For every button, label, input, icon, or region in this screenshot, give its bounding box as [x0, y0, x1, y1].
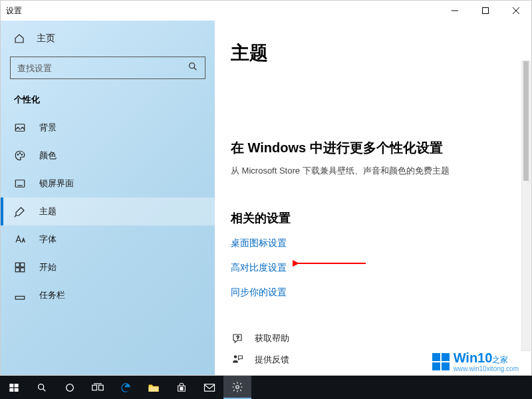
brush-icon: [14, 205, 26, 217]
window-controls: [440, 1, 531, 21]
sidebar-item-lockscreen[interactable]: 锁屏界面: [1, 170, 215, 198]
palette-icon: [14, 150, 26, 162]
feedback-icon: [231, 353, 244, 366]
home-icon: [14, 33, 25, 44]
sidebar-item-themes[interactable]: 主题: [1, 198, 215, 225]
svg-rect-33: [182, 388, 183, 390]
sidebar-item-label: 颜色: [39, 150, 57, 162]
related-heading: 相关的设置: [231, 210, 515, 226]
close-button[interactable]: [501, 1, 531, 21]
svg-point-23: [39, 384, 44, 389]
svg-line-5: [194, 68, 197, 70]
titlebar: 设置: [1, 1, 531, 21]
search-icon: [188, 61, 198, 74]
minimize-button[interactable]: [440, 1, 470, 21]
sidebar-item-fonts[interactable]: 字体: [1, 225, 215, 253]
sidebar-item-label: 主题: [39, 205, 57, 217]
nav-list: 背景 颜色 锁屏界面: [1, 114, 215, 370]
lockscreen-icon: [14, 178, 26, 190]
sidebar-item-colors[interactable]: 颜色: [1, 142, 215, 170]
maximize-button[interactable]: [470, 1, 501, 21]
taskbar-search-icon[interactable]: [28, 376, 56, 399]
svg-rect-12: [21, 263, 25, 267]
window-title: 设置: [6, 5, 440, 17]
svg-text:?: ?: [237, 334, 239, 340]
svg-point-17: [234, 355, 237, 358]
search-input[interactable]: [17, 63, 188, 73]
scrollbar-thumb[interactable]: [523, 61, 529, 181]
category-label: 个性化: [1, 90, 215, 114]
svg-rect-13: [15, 268, 19, 272]
svg-point-8: [19, 153, 21, 154]
sidebar: 主页 个性化 背景: [1, 21, 215, 375]
start-icon: [14, 261, 26, 273]
settings-taskbar-icon[interactable]: [223, 376, 251, 399]
sidebar-item-label: 锁屏界面: [39, 178, 74, 190]
svg-rect-26: [92, 385, 97, 390]
store-heading: 在 Windows 中进行更多个性化设置: [231, 139, 515, 157]
taskbar: [0, 376, 532, 399]
content-area: 主题 在 Windows 中进行更多个性化设置 从 Microsoft Stor…: [215, 21, 531, 375]
svg-point-4: [190, 63, 195, 68]
svg-rect-20: [15, 384, 19, 387]
page-title: 主题: [231, 41, 515, 66]
help-label: 获取帮助: [255, 332, 289, 344]
svg-point-35: [236, 385, 239, 388]
sidebar-item-start[interactable]: 开始: [1, 253, 215, 281]
edge-icon[interactable]: [112, 376, 140, 399]
svg-rect-15: [15, 297, 25, 300]
scrollbar[interactable]: [521, 61, 531, 351]
body-area: 主页 个性化 背景: [1, 21, 531, 375]
svg-line-24: [43, 388, 46, 391]
store-icon[interactable]: [168, 376, 196, 399]
sidebar-item-label: 背景: [39, 122, 57, 134]
svg-rect-34: [205, 384, 215, 391]
search-box[interactable]: [10, 57, 205, 79]
svg-rect-32: [180, 388, 182, 390]
svg-point-25: [66, 384, 74, 391]
svg-rect-21: [9, 388, 13, 391]
sidebar-item-taskbar[interactable]: 任务栏: [1, 281, 215, 309]
picture-icon: [14, 122, 26, 134]
link-high-contrast[interactable]: 高对比度设置: [231, 262, 287, 274]
file-explorer-icon[interactable]: [140, 376, 168, 399]
help-icon: ?: [231, 332, 244, 345]
home-link[interactable]: 主页: [1, 26, 215, 51]
svg-rect-1: [483, 8, 489, 14]
feedback-label: 提供反馈: [255, 354, 289, 366]
svg-rect-22: [15, 388, 19, 391]
store-subtitle: 从 Microsoft Store 下载兼具壁纸、声音和颜色的免费主题: [231, 165, 515, 177]
svg-rect-14: [21, 268, 25, 272]
svg-point-7: [17, 154, 19, 156]
font-icon: [14, 233, 26, 245]
svg-rect-27: [99, 385, 104, 390]
svg-rect-30: [180, 387, 182, 388]
start-button[interactable]: [0, 376, 28, 399]
sidebar-item-label: 开始: [39, 261, 57, 273]
svg-rect-10: [15, 180, 25, 188]
svg-rect-31: [182, 387, 183, 388]
taskbar-icon: [14, 289, 26, 301]
sidebar-item-background[interactable]: 背景: [1, 114, 215, 142]
link-sync-settings[interactable]: 同步你的设置: [231, 287, 287, 299]
sidebar-item-label: 字体: [39, 233, 57, 245]
sidebar-item-label: 任务栏: [39, 289, 65, 301]
feedback-row[interactable]: 提供反馈: [231, 349, 515, 370]
task-view-icon[interactable]: [84, 376, 112, 399]
home-label: 主页: [37, 33, 55, 45]
settings-window: 设置 主页: [0, 0, 532, 376]
get-help-row[interactable]: ? 获取帮助: [231, 328, 515, 349]
cortana-icon[interactable]: [56, 376, 84, 399]
svg-rect-11: [15, 263, 19, 267]
svg-rect-19: [9, 384, 13, 387]
svg-rect-29: [149, 386, 159, 392]
mail-icon[interactable]: [196, 376, 223, 399]
link-desktop-icons[interactable]: 桌面图标设置: [231, 237, 287, 249]
svg-point-9: [21, 154, 23, 156]
